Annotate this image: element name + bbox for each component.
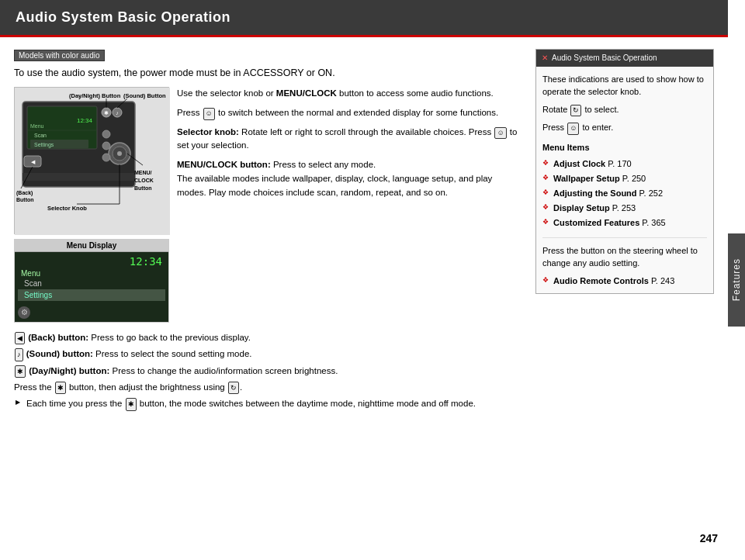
page-title: Audio System Basic Operation — [16, 9, 230, 26]
svg-text:Settings: Settings — [34, 142, 54, 148]
menu-clock-bold: MENU/CLOCK — [276, 88, 337, 98]
press-icon: ☺ — [494, 127, 506, 140]
press-switch-text: Press ☺ to switch between the normal and… — [177, 106, 522, 120]
rp-menu-item-1: Adjust Clock P. 170 — [542, 157, 707, 171]
daynight-button-desc: ✱ (Day/Night) button: Press to change th… — [14, 364, 522, 378]
daynight-button-label: (Day/Night) button: — [29, 366, 109, 375]
svg-text:12:34: 12:34 — [77, 117, 93, 124]
right-panel: Audio System Basic Operation These indic… — [535, 49, 714, 294]
head-unit-diagram: 12:34 Menu Scan Settings ✱ ♪ — [14, 87, 169, 234]
sidebar-tab: Features — [728, 233, 745, 327]
star-icon: ✱ — [55, 382, 66, 394]
intro-text: To use the audio system, the power mode … — [14, 66, 522, 81]
svg-text:✱: ✱ — [104, 110, 109, 116]
rp-menu-item-3: Adjusting the Sound P. 252 — [542, 187, 707, 200]
press-icon-rp: ☺ — [567, 123, 579, 135]
svg-text:(Day/Night) Button: (Day/Night) Button — [69, 92, 121, 99]
svg-text:(Back): (Back) — [16, 190, 33, 196]
svg-point-19 — [102, 142, 110, 150]
svg-point-18 — [102, 130, 110, 138]
svg-text:CLOCK: CLOCK — [134, 178, 154, 183]
back-button-label: (Back) button: — [28, 333, 88, 342]
switch-icon: ☺ — [203, 108, 215, 120]
rp-menu-item-2: Wallpaper Setup P. 250 — [542, 172, 707, 185]
rp-menu-item-4: Display Setup P. 253 — [542, 202, 707, 215]
svg-text:(Sound) Button: (Sound) Button — [123, 92, 166, 99]
left-column: Models with color audio To use the audio… — [14, 49, 522, 548]
page-header: Audio System Basic Operation — [0, 0, 728, 37]
svg-text:Button: Button — [16, 197, 34, 202]
menu-display-screen: 12:34 Menu Scan Settings ⚙ — [15, 252, 168, 322]
sidebar-label: Features — [731, 258, 742, 301]
rp-line3: Press ☺ to enter. — [542, 121, 707, 135]
menu-item-settings: Settings — [18, 289, 165, 301]
menu-items-header: Menu Items — [542, 141, 707, 154]
menu-item-scan: Scan — [18, 278, 165, 289]
menu-label: Menu — [18, 269, 165, 278]
rp-line1: These indications are used to show how t… — [542, 73, 707, 99]
svg-text:Button: Button — [134, 185, 152, 191]
press-button-text: Press the ✱ button, then adjust the brig… — [14, 380, 522, 394]
diagram-area: 12:34 Menu Scan Settings ✱ ♪ — [14, 87, 522, 323]
right-panel-footer: Press the button on the steering wheel t… — [542, 237, 707, 288]
bottom-section: ◀ (Back) button: Press to go back to the… — [14, 330, 522, 411]
rotate-icon: ↻ — [228, 382, 239, 394]
svg-point-20 — [102, 154, 110, 161]
rp-footer-text: Press the button on the steering wheel t… — [542, 244, 707, 270]
right-panel-body: These indications are used to show how t… — [536, 67, 713, 294]
svg-text:MENU/: MENU/ — [134, 170, 152, 175]
back-icon: ◀ — [15, 332, 25, 344]
right-panel-title: Audio System Basic Operation — [552, 52, 657, 64]
svg-text:Scan: Scan — [34, 133, 47, 138]
daynight-icon: ✱ — [15, 365, 26, 378]
head-unit-svg: 12:34 Menu Scan Settings ✱ ♪ — [15, 88, 170, 235]
menu-clock-desc: MENU/CLOCK button: Press to select any m… — [177, 158, 522, 199]
svg-point-17 — [117, 151, 122, 156]
menu-display: Menu Display 12:34 Menu Scan Settings ⚙ — [14, 239, 169, 323]
rp-line2: Rotate ↻ to select. — [542, 103, 707, 117]
back-button-desc: ◀ (Back) button: Press to go back to the… — [14, 330, 522, 344]
selector-knob-desc: Selector knob: Rotate left or right to s… — [177, 126, 522, 154]
menu-clock-label: MENU/CLOCK button: — [177, 160, 271, 169]
svg-text:Selector Knob: Selector Knob — [47, 205, 87, 212]
right-column: Audio System Basic Operation These indic… — [535, 49, 714, 548]
device-diagram: 12:34 Menu Scan Settings ✱ ♪ — [14, 87, 169, 323]
badge-text: Models with color audio — [14, 50, 105, 61]
menu-gear-icon: ⚙ — [18, 306, 30, 319]
models-badge: Models with color audio — [14, 49, 522, 66]
main-content: Models with color audio To use the audio… — [0, 37, 728, 560]
rp-footer-item: Audio Remote Controls P. 243 — [542, 275, 707, 288]
rp-footer-item-label: Audio Remote Controls — [553, 276, 649, 285]
diagram-description: Use the selector knob or MENU/CLOCK butt… — [177, 87, 522, 323]
menu-display-header: Menu Display — [15, 240, 168, 252]
menu-time: 12:34 — [18, 255, 165, 268]
sound-icon: ♪ — [15, 348, 23, 361]
svg-text:Menu: Menu — [30, 123, 44, 129]
sound-button-label: (Sound) button: — [26, 349, 93, 358]
indent-item: Each time you press the ✱ button, the mo… — [14, 396, 522, 410]
rotate-icon-rp: ↻ — [570, 105, 581, 117]
rp-footer-item-page: P. 243 — [651, 276, 674, 285]
use-selector-text: Use the selector knob or MENU/CLOCK butt… — [177, 87, 522, 101]
svg-rect-21 — [23, 173, 135, 181]
selector-knob-label: Selector knob: — [177, 127, 239, 137]
rp-menu-item-5: Customized Features P. 365 — [542, 216, 707, 230]
star-icon-2: ✱ — [126, 398, 137, 410]
sound-button-desc: ♪ (Sound) button: Press to select the so… — [14, 347, 522, 361]
right-panel-header: Audio System Basic Operation — [536, 50, 713, 67]
svg-text:♪: ♪ — [116, 110, 119, 116]
